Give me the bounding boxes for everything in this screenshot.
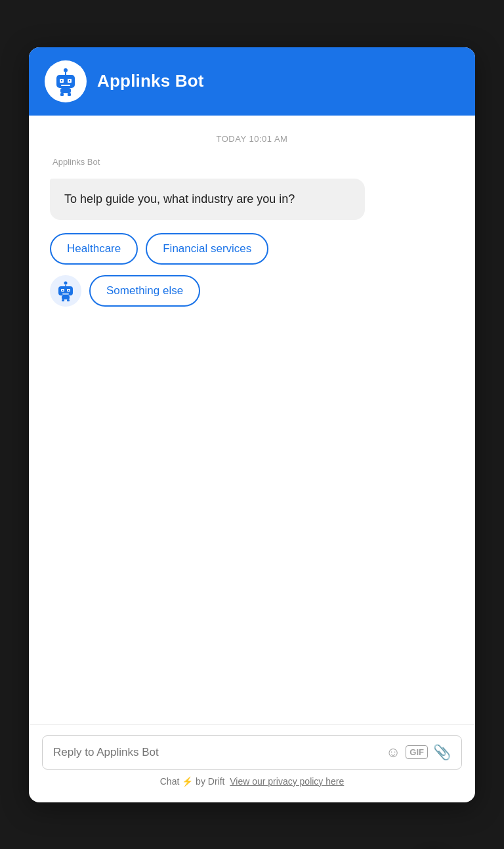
svg-rect-5 — [61, 80, 62, 81]
chat-widget: Applinks Bot TODAY 10:01 AM Applinks Bot… — [29, 47, 475, 802]
footer-chat-suffix: by Drift — [193, 776, 224, 787]
svg-rect-7 — [61, 85, 70, 86]
attachment-icon[interactable]: 📎 — [433, 744, 451, 761]
quick-replies-container: Healthcare Financial services — [50, 233, 454, 265]
privacy-policy-link[interactable]: View our privacy policy here — [230, 776, 344, 787]
emoji-icon[interactable]: ☺ — [386, 744, 400, 761]
lightning-icon: ⚡ — [182, 776, 193, 787]
bot-icon-small — [55, 280, 76, 301]
chat-body: TODAY 10:01 AM Applinks Bot To help guid… — [29, 116, 475, 724]
svg-rect-21 — [67, 299, 70, 301]
svg-rect-10 — [68, 93, 71, 96]
chat-header: Applinks Bot — [29, 47, 475, 116]
svg-rect-18 — [62, 294, 69, 295]
svg-point-0 — [64, 68, 68, 72]
footer-chat-prefix: Chat — [160, 776, 182, 787]
svg-rect-20 — [62, 299, 64, 301]
quick-reply-something-else[interactable]: Something else — [89, 275, 200, 307]
quick-reply-healthcare[interactable]: Healthcare — [50, 233, 138, 265]
svg-rect-17 — [68, 290, 70, 291]
bot-avatar-row: Something else — [50, 275, 454, 307]
svg-rect-16 — [62, 290, 64, 291]
quick-reply-financial[interactable]: Financial services — [146, 233, 268, 265]
chat-timestamp: TODAY 10:01 AM — [50, 134, 454, 144]
bot-avatar-small — [50, 275, 81, 307]
bot-message-bubble: To help guide you, what industry are you… — [50, 179, 365, 220]
gif-button[interactable]: GIF — [406, 745, 428, 759]
svg-rect-6 — [69, 80, 70, 81]
bot-avatar-large — [45, 60, 87, 102]
input-row: ☺ GIF 📎 — [42, 735, 462, 770]
svg-point-11 — [64, 281, 68, 284]
chat-footer: Chat ⚡ by Drift View our privacy policy … — [42, 770, 462, 797]
sender-label: Applinks Bot — [52, 157, 454, 167]
header-title: Applinks Bot — [97, 71, 204, 91]
chat-input-area: ☺ GIF 📎 Chat ⚡ by Drift View our privacy… — [29, 724, 475, 802]
svg-rect-8 — [60, 88, 71, 93]
svg-rect-19 — [62, 295, 70, 299]
svg-rect-9 — [60, 93, 64, 96]
bot-icon-large — [51, 67, 80, 96]
message-input[interactable] — [53, 746, 381, 759]
